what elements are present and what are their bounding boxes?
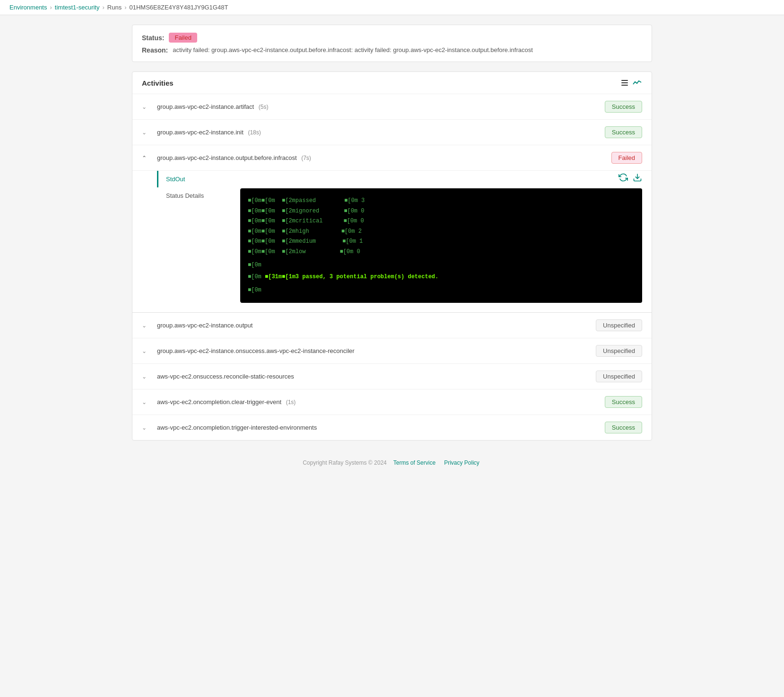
chevron-up-icon[interactable]: ⌃ (142, 155, 149, 161)
breadcrumb-sep-1: › (50, 4, 52, 11)
svg-rect-2 (621, 85, 628, 86)
tabs-sidebar: StdOut Status Details (157, 171, 233, 303)
activity-status-badge: Failed (611, 152, 642, 164)
activity-name: group.aws-vpc-ec2-instance.artifact (5s) (157, 103, 597, 110)
activity-name: group.aws-vpc-ec2-instance.onsuccess.aws… (157, 347, 588, 354)
status-label: Status: (142, 34, 164, 42)
breadcrumb-sep-2: › (102, 4, 104, 11)
breadcrumb-environments[interactable]: Environments (9, 4, 47, 11)
download-icon[interactable] (633, 173, 642, 185)
activity-expanded-body: StdOut Status Details (132, 171, 652, 312)
tab-stdout[interactable]: StdOut (157, 171, 233, 187)
activity-name: aws-vpc-ec2.oncompletion.clear-trigger-e… (157, 398, 597, 406)
activity-row: ⌄ aws-vpc-ec2.oncompletion.clear-trigger… (132, 389, 652, 415)
breadcrumb-environment-name[interactable]: timtest1-security (55, 4, 100, 11)
activity-name: aws-vpc-ec2.oncompletion.trigger-interes… (157, 424, 597, 431)
activity-status-badge: Success (605, 101, 642, 113)
activity-expanded-section: ⌃ group.aws-vpc-ec2-instance.output.befo… (132, 145, 652, 313)
top-bar: Environments › timtest1-security › Runs … (0, 0, 784, 15)
copyright-text: Copyright Rafay Systems © 2024 (303, 459, 387, 466)
reason-text: activity failed: group.aws-vpc-ec2-insta… (173, 46, 533, 53)
chevron-icon[interactable]: ⌄ (142, 424, 149, 431)
chevron-icon[interactable]: ⌄ (142, 348, 149, 354)
breadcrumb-run-id: 01HMS6E8ZE4Y8Y481JY9G1G48T (130, 4, 228, 11)
status-badge: Failed (169, 33, 197, 43)
header-icons (620, 79, 642, 87)
chevron-icon[interactable]: ⌄ (142, 129, 149, 136)
activity-name: group.aws-vpc-ec2-instance.output.before… (157, 154, 604, 161)
activity-status-badge: Unspecified (596, 345, 642, 357)
tab-content: ■[0m■[0m ■[2mpassed■[0m 3 ■[0m■[0m ■[2mi… (233, 171, 642, 303)
chevron-icon[interactable]: ⌄ (142, 322, 149, 329)
activity-status-badge: Unspecified (596, 371, 642, 382)
activity-row: ⌄ aws-vpc-ec2.oncompletion.trigger-inter… (132, 415, 652, 440)
activities-card: Activities ⌄ grou (132, 71, 652, 441)
activity-name: group.aws-vpc-ec2-instance.output (157, 322, 588, 329)
activity-status-badge: Success (605, 126, 642, 138)
activity-name: aws-vpc-ec2.onsuccess.reconcile-static-r… (157, 373, 588, 380)
breadcrumb: Environments › timtest1-security › Runs … (9, 4, 775, 11)
tab-status-details[interactable]: Status Details (157, 187, 233, 204)
activity-status-badge: Unspecified (596, 319, 642, 331)
terminal-output: ■[0m■[0m ■[2mpassed■[0m 3 ■[0m■[0m ■[2mi… (240, 188, 642, 303)
activity-row: ⌄ group.aws-vpc-ec2-instance.onsuccess.a… (132, 338, 652, 364)
svg-rect-0 (621, 80, 628, 81)
tab-actions (240, 171, 642, 185)
refresh-icon[interactable] (618, 173, 628, 185)
breadcrumb-sep-3: › (124, 4, 126, 11)
activity-expanded-header: ⌃ group.aws-vpc-ec2-instance.output.befo… (132, 145, 652, 171)
breadcrumb-runs: Runs (107, 4, 122, 11)
reason-label: Reason: (142, 46, 168, 54)
activity-status-badge: Success (605, 422, 642, 433)
chevron-icon[interactable]: ⌄ (142, 373, 149, 380)
activity-row: ⌄ aws-vpc-ec2.onsuccess.reconcile-static… (132, 364, 652, 389)
activity-status-badge: Success (605, 396, 642, 408)
svg-rect-1 (621, 82, 628, 83)
activity-row: ⌄ group.aws-vpc-ec2-instance.artifact (5… (132, 94, 652, 120)
tos-link[interactable]: Terms of Service (393, 459, 436, 466)
status-card: Status: Failed Reason: activity failed: … (132, 25, 652, 62)
privacy-link[interactable]: Privacy Policy (444, 459, 479, 466)
activities-header: Activities (132, 72, 652, 94)
footer: Copyright Rafay Systems © 2024 Terms of … (132, 450, 652, 476)
activity-row: ⌄ group.aws-vpc-ec2-instance.output Unsp… (132, 313, 652, 338)
chart-view-icon[interactable] (633, 79, 642, 86)
list-view-icon[interactable] (620, 79, 629, 87)
main-content: Status: Failed Reason: activity failed: … (122, 15, 662, 485)
chevron-icon[interactable]: ⌄ (142, 104, 149, 110)
activity-name: group.aws-vpc-ec2-instance.init (18s) (157, 129, 597, 136)
activities-title: Activities (142, 79, 174, 87)
activity-row: ⌄ group.aws-vpc-ec2-instance.init (18s) … (132, 120, 652, 145)
chevron-icon[interactable]: ⌄ (142, 399, 149, 406)
